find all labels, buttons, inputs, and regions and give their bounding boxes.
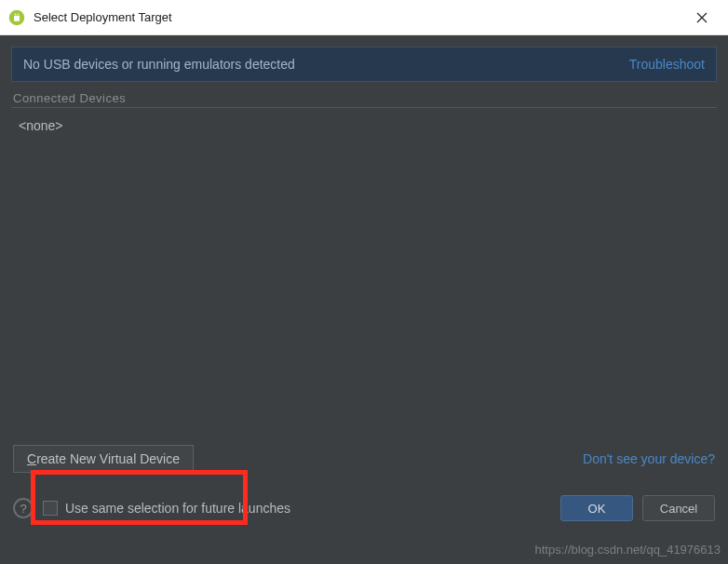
remember-selection-checkbox[interactable]: Use same selection for future launches: [43, 501, 290, 516]
svg-point-3: [18, 13, 20, 15]
mnemonic-char: C: [27, 451, 36, 466]
watermark: https://blog.csdn.net/qq_41976613: [535, 543, 721, 557]
checkbox-icon: [43, 501, 58, 516]
svg-point-2: [15, 13, 17, 15]
window-title: Select Deployment Target: [34, 10, 683, 24]
actions-row: Create New Virtual Device Don't see your…: [11, 445, 717, 473]
create-virtual-device-button[interactable]: Create New Virtual Device: [13, 445, 194, 473]
dialog-body: No USB devices or running emulators dete…: [0, 35, 728, 564]
troubleshoot-link[interactable]: Troubleshoot: [629, 57, 705, 72]
svg-rect-1: [14, 15, 20, 20]
button-label-rest: reate New Virtual Device: [36, 451, 180, 466]
footer-right: OK Cancel: [560, 495, 715, 521]
footer-left: ? Use same selection for future launches: [13, 498, 290, 518]
cancel-button[interactable]: Cancel: [642, 495, 715, 521]
devices-none: <none>: [19, 118, 63, 133]
ok-button[interactable]: OK: [560, 495, 633, 521]
help-button[interactable]: ?: [13, 498, 34, 518]
status-banner: No USB devices or running emulators dete…: [11, 47, 717, 82]
checkbox-label: Use same selection for future launches: [65, 501, 290, 516]
banner-message: No USB devices or running emulators dete…: [23, 57, 295, 72]
devices-list[interactable]: <none>: [11, 114, 717, 439]
footer-row: ? Use same selection for future launches…: [11, 495, 717, 521]
android-icon: [7, 8, 26, 27]
connected-devices-label: Connected Devices: [11, 91, 717, 105]
dont-see-device-link[interactable]: Don't see your device?: [583, 451, 715, 466]
divider: [11, 107, 717, 108]
close-button[interactable]: [683, 4, 721, 32]
titlebar: Select Deployment Target: [0, 0, 728, 35]
